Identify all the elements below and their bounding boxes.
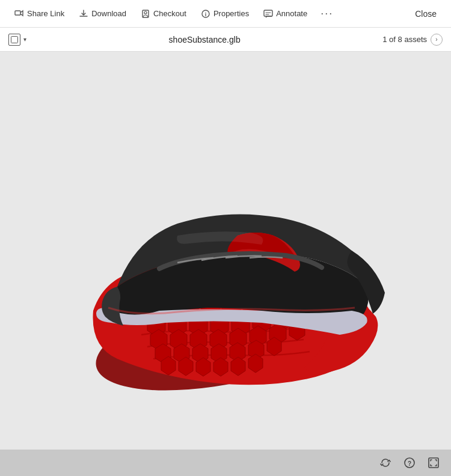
more-label: ··· bbox=[321, 7, 333, 20]
3d-viewer[interactable] bbox=[0, 52, 451, 450]
checkout-label: Checkout bbox=[153, 9, 186, 18]
asset-nav-text: 1 of 8 assets bbox=[382, 35, 427, 44]
asset-nav: 1 of 8 assets › bbox=[382, 34, 443, 46]
close-label: Close bbox=[415, 9, 437, 19]
svg-rect-5 bbox=[264, 10, 272, 16]
svg-rect-0 bbox=[15, 11, 20, 15]
svg-text:?: ? bbox=[408, 460, 411, 467]
annotate-label: Annotate bbox=[276, 9, 307, 18]
toolbar: Share Link Download Checkout i Pr bbox=[0, 0, 451, 28]
properties-icon: i bbox=[201, 9, 210, 19]
view-single-icon bbox=[8, 34, 20, 46]
share-link-icon bbox=[14, 9, 24, 19]
shoe-model bbox=[51, 94, 400, 407]
bottom-toolbar: ? bbox=[0, 450, 451, 476]
refresh-button[interactable] bbox=[378, 455, 393, 471]
help-button[interactable]: ? bbox=[402, 455, 417, 471]
view-toggle-button[interactable]: ▾ bbox=[8, 34, 26, 46]
checkout-icon bbox=[141, 9, 150, 19]
checkout-button[interactable]: Checkout bbox=[133, 5, 194, 22]
download-icon bbox=[79, 9, 88, 19]
svg-rect-6 bbox=[11, 36, 18, 43]
properties-button[interactable]: i Properties bbox=[194, 5, 256, 22]
svg-point-2 bbox=[144, 11, 147, 14]
close-button[interactable]: Close bbox=[408, 5, 444, 22]
share-link-label: Share Link bbox=[27, 9, 64, 18]
share-link-button[interactable]: Share Link bbox=[7, 5, 72, 22]
svg-rect-10 bbox=[429, 458, 438, 468]
file-name: shoeSubstance.glb bbox=[26, 35, 382, 44]
properties-label: Properties bbox=[213, 9, 249, 18]
more-button[interactable]: ··· bbox=[314, 4, 339, 23]
svg-text:i: i bbox=[205, 11, 207, 17]
sub-toolbar: ▾ shoeSubstance.glb 1 of 8 assets › bbox=[0, 28, 451, 52]
annotate-icon bbox=[263, 9, 273, 19]
annotate-button[interactable]: Annotate bbox=[256, 5, 314, 22]
download-label: Download bbox=[91, 9, 126, 18]
expand-button[interactable] bbox=[426, 455, 441, 471]
asset-nav-next-button[interactable]: › bbox=[431, 34, 443, 46]
download-button[interactable]: Download bbox=[72, 5, 133, 22]
